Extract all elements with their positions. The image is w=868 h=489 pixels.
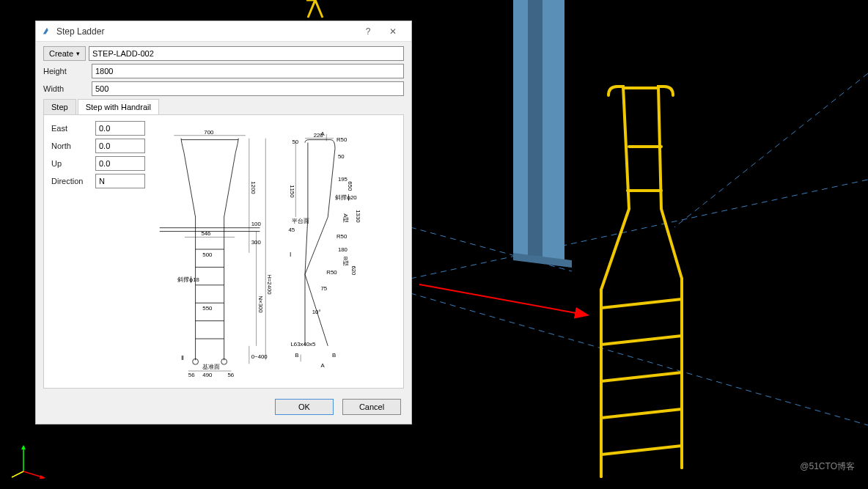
dimension-drawing: 700 546 500 <box>152 121 396 380</box>
dialog-title: Step Ladder <box>56 26 356 37</box>
north-input[interactable] <box>95 139 145 153</box>
ok-button[interactable]: OK <box>275 399 334 415</box>
svg-marker-20 <box>21 445 26 449</box>
svg-text:A: A <box>320 362 325 369</box>
svg-marker-6 <box>528 0 542 257</box>
height-label: Height <box>43 67 92 76</box>
app-logo-icon <box>42 26 52 37</box>
svg-text:180: 180 <box>338 246 348 253</box>
cancel-button[interactable]: Cancel <box>342 399 401 415</box>
create-label: Create <box>49 49 73 58</box>
svg-line-13 <box>601 372 682 381</box>
height-input[interactable] <box>92 64 404 78</box>
svg-text:N×300: N×300 <box>257 295 264 313</box>
svg-text:N: N <box>10 471 15 477</box>
svg-text:L63x40x5: L63x40x5 <box>290 341 315 348</box>
svg-text:R50: R50 <box>336 136 347 143</box>
close-button[interactable]: ✕ <box>380 24 405 39</box>
up-input[interactable] <box>95 156 145 171</box>
help-button[interactable]: ? <box>356 24 380 39</box>
svg-text:R50: R50 <box>326 269 337 276</box>
svg-text:700: 700 <box>204 129 214 136</box>
tab-strip: Step Step with Handrail <box>43 99 404 115</box>
svg-text:基准面: 基准面 <box>202 364 220 370</box>
ucs-indicator: U N E <box>10 442 47 479</box>
step-ladder-3d <box>601 87 682 477</box>
svg-text:50: 50 <box>292 139 298 145</box>
svg-text:100: 100 <box>251 221 262 227</box>
svg-text:490: 490 <box>202 372 213 378</box>
svg-text:1330: 1330 <box>355 210 361 223</box>
svg-text:斜撑ϕ18: 斜撑ϕ18 <box>177 276 199 283</box>
svg-text:546: 546 <box>201 230 210 237</box>
dialog-button-bar: OK Cancel <box>36 391 411 424</box>
svg-line-12 <box>601 336 682 345</box>
tab-step-handrail[interactable]: Step with Handrail <box>78 99 159 114</box>
svg-text:0~400: 0~400 <box>251 353 268 360</box>
svg-text:45: 45 <box>289 227 295 233</box>
step-ladder-dialog: Step Ladder ? ✕ Create ▾ Height Width St… <box>35 21 412 424</box>
svg-text:620: 620 <box>350 265 357 276</box>
svg-text:550: 550 <box>202 305 213 312</box>
east-label: East <box>51 124 95 133</box>
svg-text:220: 220 <box>314 132 324 139</box>
svg-text:10°: 10° <box>312 309 321 315</box>
width-input[interactable] <box>92 81 404 96</box>
dialog-titlebar[interactable]: Step Ladder ? ✕ <box>36 21 411 42</box>
svg-text:56: 56 <box>228 372 235 378</box>
svg-text:平台面: 平台面 <box>292 218 309 224</box>
svg-text:500: 500 <box>202 251 213 258</box>
svg-text:Ⅱ: Ⅱ <box>181 355 184 361</box>
create-dropdown[interactable]: Create ▾ <box>43 46 86 61</box>
direction-input[interactable] <box>95 174 145 188</box>
svg-text:斜撑ϕ20: 斜撑ϕ20 <box>335 194 357 201</box>
svg-text:B: B <box>295 352 298 359</box>
svg-text:B: B <box>332 352 336 359</box>
north-label: North <box>51 141 95 150</box>
tab-step[interactable]: Step <box>43 99 76 114</box>
direction-label: Direction <box>51 177 95 185</box>
svg-text:75: 75 <box>320 285 327 292</box>
svg-text:50: 50 <box>338 153 345 160</box>
svg-text:U: U <box>26 444 31 451</box>
name-input[interactable] <box>89 46 404 61</box>
svg-text:Ⅰ: Ⅰ <box>290 251 291 258</box>
svg-text:H=2400: H=2400 <box>266 274 273 295</box>
tab-body: East North Up Direction 700 <box>43 115 404 389</box>
svg-line-2 <box>674 73 868 227</box>
up-label: Up <box>51 159 95 168</box>
svg-text:R50: R50 <box>336 233 347 240</box>
svg-line-0 <box>411 180 868 279</box>
svg-text:E: E <box>40 469 43 476</box>
svg-text:650: 650 <box>347 181 353 191</box>
width-label: Width <box>43 84 92 93</box>
east-input[interactable] <box>95 121 145 136</box>
svg-line-15 <box>601 446 682 455</box>
watermark: @51CTO博客 <box>800 460 855 473</box>
svg-text:B型: B型 <box>342 257 349 266</box>
steel-column <box>513 0 572 268</box>
svg-text:1200: 1200 <box>250 181 257 194</box>
svg-text:56: 56 <box>188 372 195 378</box>
svg-text:195: 195 <box>338 176 348 183</box>
chevron-down-icon: ▾ <box>76 50 80 57</box>
svg-text:1150: 1150 <box>289 185 295 198</box>
svg-text:A型: A型 <box>342 213 349 223</box>
svg-line-11 <box>601 299 682 308</box>
svg-line-14 <box>601 409 682 418</box>
svg-line-1 <box>411 293 868 425</box>
coord-panel: East North Up Direction <box>51 121 147 380</box>
